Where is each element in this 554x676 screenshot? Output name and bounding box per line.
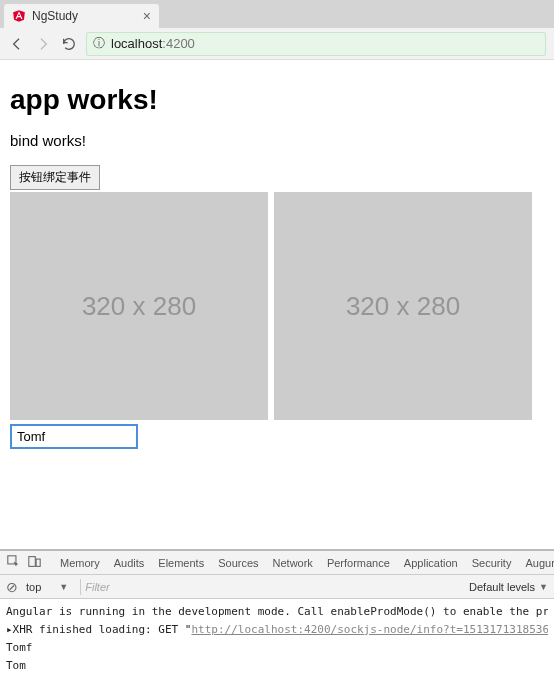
console-line: Angular is running in the development mo…: [6, 603, 548, 621]
browser-tab-bar: NgStudy ×: [0, 0, 554, 28]
tab-title: NgStudy: [32, 9, 78, 23]
console-output: Angular is running in the development mo…: [0, 599, 554, 676]
info-icon: ⓘ: [93, 35, 105, 52]
console-url-link[interactable]: http://localhost:4200/sockjs-node/info?t…: [191, 623, 548, 636]
svg-rect-1: [29, 557, 36, 567]
devtools-tabs: Memory Audits Elements Sources Network P…: [0, 551, 554, 575]
clear-console-icon[interactable]: ⊘: [6, 579, 18, 595]
tab-augury[interactable]: Augury: [519, 557, 554, 569]
bind-event-button[interactable]: 按钮绑定事件: [10, 165, 100, 190]
page-subheading: bind works!: [10, 132, 544, 149]
angular-icon: [12, 9, 26, 23]
context-select[interactable]: top ▼: [26, 581, 68, 593]
close-icon[interactable]: ×: [143, 8, 151, 24]
browser-nav-bar: ⓘ localhost:4200: [0, 28, 554, 60]
browser-tab[interactable]: NgStudy ×: [4, 4, 159, 28]
image-placeholder-1: 320 x 280: [10, 192, 268, 420]
console-line: ▸XHR finished loading: GET "http://local…: [6, 621, 548, 639]
tab-elements[interactable]: Elements: [152, 557, 210, 569]
chevron-down-icon: ▼: [59, 582, 68, 592]
console-toolbar: ⊘ top ▼ Filter Default levels ▼: [0, 575, 554, 599]
chevron-down-icon: ▼: [539, 582, 548, 592]
log-levels-select[interactable]: Default levels ▼: [469, 581, 548, 593]
inspect-icon[interactable]: [4, 555, 23, 570]
tab-network[interactable]: Network: [267, 557, 319, 569]
page-title: app works!: [10, 84, 544, 116]
name-input[interactable]: [10, 424, 138, 449]
tab-performance[interactable]: Performance: [321, 557, 396, 569]
address-bar[interactable]: ⓘ localhost:4200: [86, 32, 546, 56]
tab-sources[interactable]: Sources: [212, 557, 264, 569]
devtools-panel: Memory Audits Elements Sources Network P…: [0, 549, 554, 676]
tab-audits[interactable]: Audits: [108, 557, 151, 569]
page-content: app works! bind works! 按钮绑定事件 320 x 280 …: [0, 60, 554, 459]
image-placeholder-2: 320 x 280: [274, 192, 532, 420]
forward-icon: [34, 35, 52, 53]
tab-security[interactable]: Security: [466, 557, 518, 569]
url-host: localhost: [111, 36, 162, 51]
device-icon[interactable]: [25, 555, 44, 570]
svg-rect-2: [36, 559, 40, 566]
tab-application[interactable]: Application: [398, 557, 464, 569]
images-row: 320 x 280 320 x 280: [10, 192, 544, 420]
console-filter[interactable]: Filter: [80, 579, 461, 595]
console-line: Tomf: [6, 639, 548, 657]
url-port: :4200: [162, 36, 195, 51]
back-icon[interactable]: [8, 35, 26, 53]
reload-icon[interactable]: [60, 35, 78, 53]
tab-memory[interactable]: Memory: [54, 557, 106, 569]
console-line: Tom: [6, 657, 548, 675]
